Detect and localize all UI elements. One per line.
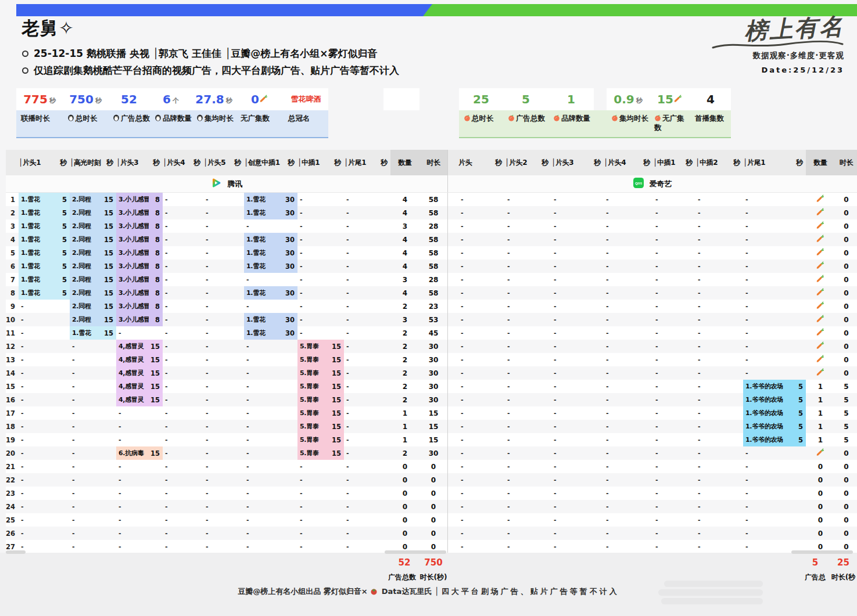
ad-brand-cell: -: [19, 326, 56, 340]
ad-brand-cell: -: [505, 527, 537, 540]
ad-brand-cell: -: [458, 473, 491, 487]
ad-brand-cell: -: [163, 206, 191, 219]
ad-brand-cell: -: [203, 393, 231, 406]
ad-brand-cell: 3.小儿感冒: [116, 313, 149, 326]
count-cell: 0: [806, 529, 835, 538]
ad-brand-cell: -: [743, 300, 790, 313]
ad-brand-cell: -: [297, 500, 330, 513]
ad-seconds-cell: [589, 380, 604, 393]
ad-brand-cell: -: [203, 313, 231, 326]
ad-brand-cell: -: [19, 313, 56, 326]
ad-brand-cell: 1.雪花: [244, 233, 282, 246]
ad-brand-cell: -: [297, 300, 330, 313]
ad-seconds-cell: [790, 353, 806, 366]
ad-brand-cell: -: [743, 366, 790, 380]
carrot-icon: [816, 341, 824, 351]
ad-brand-cell: -: [297, 326, 330, 340]
iqiyi-row-cells: -------0: [447, 326, 857, 340]
ad-brand-cell: -: [203, 500, 231, 513]
ad-seconds-cell: [491, 540, 505, 553]
row-number: 17: [6, 409, 19, 417]
ad-seconds-cell: 5: [56, 246, 70, 260]
ad-brand-cell: -: [604, 219, 639, 233]
ad-seconds-cell: [537, 326, 551, 340]
ad-seconds-cell: [56, 393, 70, 406]
ad-seconds-cell: [790, 260, 806, 273]
note-line: 仅追踪剧集鹅桃酷芒平台招商的视频广告，四大平台剧场广告、贴片广告等暂不计入: [22, 62, 399, 79]
ad-brand-cell: -: [163, 420, 191, 433]
ad-seconds-cell: [282, 513, 297, 527]
carrot-icon: [816, 368, 824, 378]
ad-seconds-cell: [282, 433, 297, 446]
ad-seconds-cell: [376, 393, 390, 406]
ad-seconds-cell: [491, 420, 505, 433]
ad-brand-cell: 3.小儿感冒: [116, 300, 149, 313]
ad-seconds-cell: [683, 393, 695, 406]
ad-seconds-cell: [537, 260, 551, 273]
stat-label-text: 品牌数量: [553, 114, 590, 123]
ad-seconds-cell: [729, 233, 743, 246]
ad-brand-cell: -: [653, 273, 683, 286]
iqiyi-row-cells: -------0: [447, 233, 857, 246]
duration-cell: 0: [835, 356, 857, 364]
duration-cell: 5: [835, 409, 857, 417]
ad-seconds-cell: [683, 300, 695, 313]
stat-label-text: 首播集数: [695, 114, 724, 123]
bullet-icon: [22, 51, 28, 57]
ad-seconds-cell: [231, 366, 244, 380]
ad-brand-cell: -: [344, 260, 376, 273]
ad-seconds-cell: [790, 219, 806, 233]
row-number: 20: [6, 449, 19, 458]
count-cell: [806, 235, 835, 244]
duration-cell: 30: [419, 356, 447, 364]
subtitle-notes: 25-12-15 鹅桃联播 央视 │郭京飞 王佳佳 │豆瓣@榜上有名小组×雾灯似…: [22, 45, 399, 79]
top-bar-blue-segment: [16, 4, 432, 16]
stat-label: 首播集数: [690, 110, 731, 137]
footer-text-mid: Data达瓦里氏: [382, 587, 432, 596]
ad-brand-cell: 4,感冒灵: [116, 340, 149, 353]
ad-seconds-cell: [537, 313, 551, 326]
duration-cell: 0: [835, 196, 857, 204]
tencent-row-cells: 15--4,感冒灵15---5.胃泰15-230: [6, 380, 447, 393]
ad-brand-cell: -: [604, 380, 639, 393]
ad-brand-cell: -: [203, 446, 231, 460]
count-cell: [806, 221, 835, 231]
ad-brand-cell: -: [505, 260, 537, 273]
duration-cell: 0: [419, 489, 447, 498]
ad-seconds-cell: [639, 366, 653, 380]
count-cell: 1: [390, 423, 419, 431]
ad-brand-cell: 5.胃泰: [297, 420, 330, 433]
carrot-icon: [816, 221, 824, 231]
ad-seconds-cell: [683, 326, 695, 340]
ad-seconds-cell: [231, 340, 244, 353]
ad-brand-cell: -: [203, 420, 231, 433]
tencent-total-duration-label: 时长(秒): [416, 572, 451, 582]
ad-seconds-cell: [231, 460, 244, 473]
ad-seconds-cell: [639, 460, 653, 473]
carrot-icon: [816, 301, 824, 311]
ad-seconds-cell: [729, 340, 743, 353]
ad-seconds-cell: [102, 420, 116, 433]
ad-seconds-cell: [376, 406, 390, 420]
ad-seconds-cell: [191, 380, 203, 393]
ad-brand-cell: 2.同程: [70, 273, 102, 286]
ad-brand-cell: -: [653, 540, 683, 553]
stat-label: 联播时长: [16, 110, 63, 137]
ad-seconds-cell: [282, 366, 297, 380]
duration-cell: 0: [835, 529, 857, 538]
column-header-count: 数量: [390, 150, 419, 175]
ad-seconds-cell: [231, 500, 244, 513]
row-number: 8: [6, 289, 19, 297]
ad-seconds-cell: [639, 206, 653, 219]
ad-seconds-cell: [491, 219, 505, 233]
ad-seconds-cell: 8: [149, 313, 163, 326]
ad-seconds-cell: [56, 380, 70, 393]
ad-brand-cell: -: [19, 460, 56, 473]
ad-seconds-cell: [683, 406, 695, 420]
ad-brand-cell: -: [344, 393, 376, 406]
ad-seconds-cell: [683, 540, 695, 553]
ad-seconds-cell: [376, 487, 390, 500]
tencent-row-cells: 18------5.胃泰15-115: [6, 420, 447, 433]
ad-seconds-cell: 5: [56, 260, 70, 273]
stats-gap: [594, 88, 607, 110]
